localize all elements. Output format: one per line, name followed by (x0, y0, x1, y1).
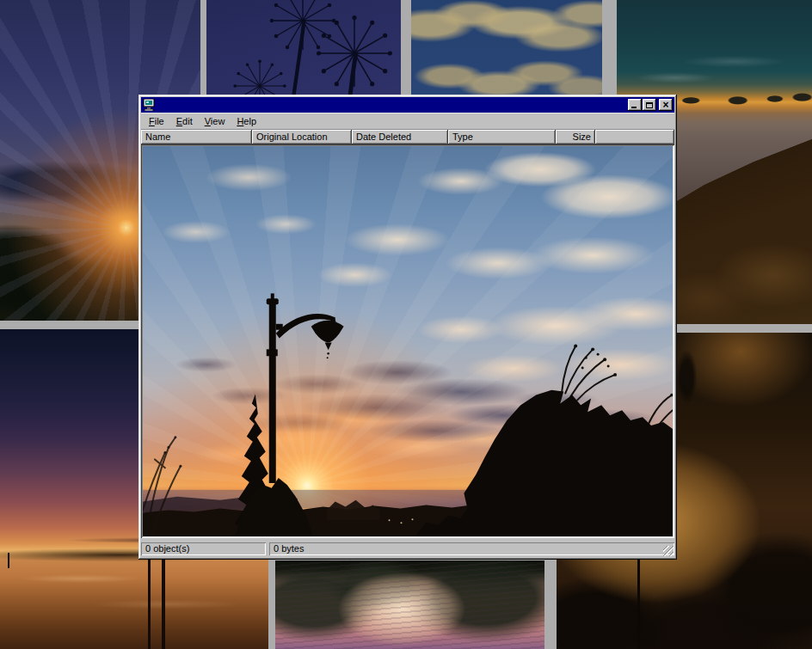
water-pole (8, 553, 9, 568)
maximize-icon (646, 102, 653, 108)
photo-silhouettes (143, 146, 673, 536)
menu-view[interactable]: View (199, 114, 231, 128)
water-pole (148, 551, 151, 649)
wallpaper-photo-water-reflections (275, 560, 544, 649)
menu-edit[interactable]: Edit (170, 114, 199, 128)
status-bytes: 0 bytes (269, 542, 674, 555)
water-pole (162, 553, 165, 649)
minimize-button[interactable] (628, 99, 642, 111)
column-header-filler (595, 130, 674, 144)
column-header-type[interactable]: Type (448, 130, 556, 144)
close-icon: × (662, 101, 668, 109)
recycle-bin-window: × File Edit View Help Name Original Loca… (138, 95, 677, 560)
street-lamp (267, 293, 344, 483)
maximize-button[interactable] (643, 99, 656, 111)
title-bar[interactable]: × (141, 97, 674, 113)
resize-grip-icon[interactable] (663, 546, 674, 556)
sunset-street-lamp-photo (143, 146, 673, 536)
computer-icon (143, 99, 156, 111)
menu-file[interactable]: File (143, 114, 170, 128)
minimize-icon (631, 107, 637, 108)
window-controls: × (627, 99, 673, 111)
close-button[interactable]: × (659, 99, 673, 111)
column-header-original-location[interactable]: Original Location (252, 130, 352, 144)
menu-help[interactable]: Help (231, 114, 262, 128)
status-objects: 0 object(s) (141, 542, 266, 555)
column-header-name[interactable]: Name (141, 130, 252, 144)
column-header-date-deleted[interactable]: Date Deleted (352, 130, 448, 144)
column-headers: Name Original Location Date Deleted Type… (141, 130, 674, 144)
status-bar: 0 object(s) 0 bytes (141, 538, 674, 557)
column-header-size[interactable]: Size (556, 130, 595, 144)
menu-bar: File Edit View Help (141, 113, 674, 130)
file-list-area[interactable] (141, 144, 674, 538)
